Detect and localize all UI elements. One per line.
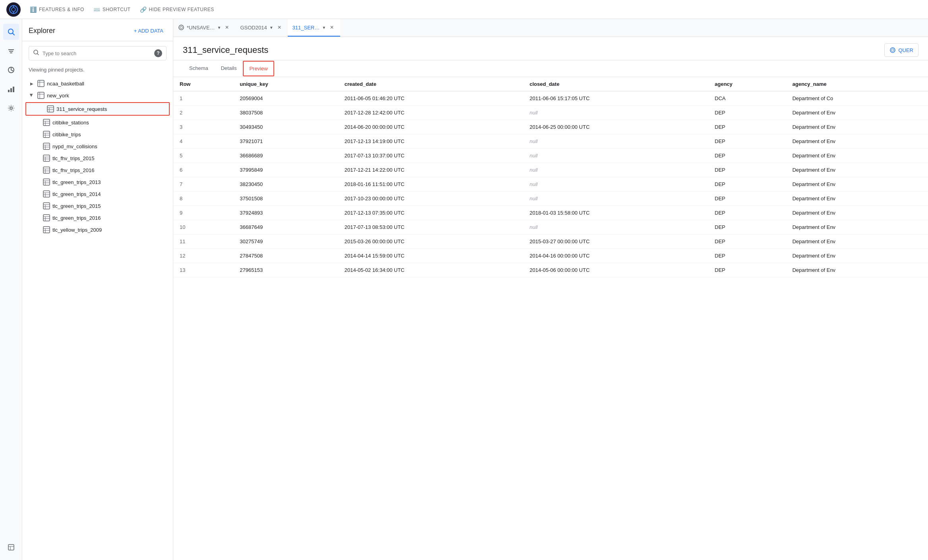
content-area: 311_service_requests QUER Schema Details — [173, 37, 928, 560]
svg-rect-14 — [8, 544, 14, 550]
subtab-details[interactable]: Details — [215, 60, 243, 77]
table-icon-tlc-green-2013 — [43, 178, 50, 186]
table-container: Row unique_key created_date closed_date … — [173, 77, 928, 560]
nav-bottom[interactable] — [3, 539, 19, 555]
shortcut-button[interactable]: ⌨️ SHORTCUT — [94, 6, 130, 13]
tree-item-tlc-green-2016[interactable]: tlc_green_trips_2016 — [22, 212, 173, 224]
tree-item-tlc-green-2014[interactable]: tlc_green_trips_2014 — [22, 188, 173, 200]
subtab-preview[interactable]: Preview — [243, 61, 274, 76]
cell-unique_key: 30275749 — [233, 234, 338, 249]
tab-close-unsaved[interactable]: ✕ — [223, 24, 231, 31]
table-icon-tlc-fhv-2016 — [43, 167, 50, 174]
tree-item-nypd[interactable]: nypd_mv_collisions — [22, 140, 173, 152]
search-input[interactable] — [43, 50, 151, 56]
cell-agency: DEP — [708, 192, 786, 206]
col-closed-date: closed_date — [523, 77, 709, 91]
tab-close-gsod2014[interactable]: ✕ — [276, 24, 283, 31]
cell-agency_name: Department of Env — [786, 134, 928, 149]
help-icon[interactable]: ? — [154, 49, 162, 57]
cell-agency: DEP — [708, 249, 786, 263]
tab-dropdown-311[interactable]: ▼ — [322, 25, 326, 30]
cell-created_date: 2017-07-13 10:37:00 UTC — [338, 149, 523, 163]
cell-agency_name: Department of Env — [786, 192, 928, 206]
cell-unique_key: 38230450 — [233, 177, 338, 192]
query-icon — [889, 47, 896, 53]
nav-settings[interactable] — [3, 100, 19, 116]
svg-point-70 — [180, 26, 182, 29]
cell-created_date: 2017-10-23 00:00:00 UTC — [338, 192, 523, 206]
cell-closed_date: null — [523, 177, 709, 192]
cell-agency_name: Department of Env — [786, 249, 928, 263]
tab-dropdown-gsod2014[interactable]: ▼ — [269, 25, 273, 30]
preview-table: Row unique_key created_date closed_date … — [173, 77, 928, 277]
tree-item-tlc-yellow-2009[interactable]: tlc_yellow_trips_2009 — [22, 224, 173, 236]
subtab-schema[interactable]: Schema — [183, 60, 215, 77]
tree-item-311-service[interactable]: 311_service_requests — [25, 102, 170, 116]
content-header: 311_service_requests QUER — [173, 37, 928, 60]
nav-chart[interactable] — [3, 81, 19, 97]
cell-agency: DEP — [708, 163, 786, 177]
tree-item-ncaa[interactable]: ▶ ncaa_basketball — [22, 78, 173, 89]
svg-point-71 — [890, 48, 895, 52]
tab-gsod2014[interactable]: GSOD2014 ▼ ✕ — [235, 19, 287, 37]
hide-preview-button[interactable]: 🔗 HIDE PREVIEW FEATURES — [140, 6, 214, 13]
cell-agency: DEP — [708, 106, 786, 120]
cell-created_date: 2014-05-02 16:34:00 UTC — [338, 263, 523, 277]
cell-closed_date: null — [523, 149, 709, 163]
tab-311-ser[interactable]: 311_SER… ▼ ✕ — [288, 19, 341, 37]
tab-dropdown-unsaved[interactable]: ▼ — [217, 25, 221, 30]
cell-agency_name: Department of Env — [786, 206, 928, 220]
dataset-icon-ncaa — [37, 80, 45, 87]
cell-closed_date: null — [523, 220, 709, 234]
cell-created_date: 2017-12-13 14:19:00 UTC — [338, 134, 523, 149]
query-button[interactable]: QUER — [884, 43, 918, 57]
nav-filter[interactable] — [3, 43, 19, 59]
tree-item-tlc-green-2013[interactable]: tlc_green_trips_2013 — [22, 176, 173, 188]
cell-row: 1 — [173, 91, 233, 106]
features-info-button[interactable]: ℹ️ FEATURES & INFO — [30, 6, 84, 13]
cell-agency_name: Department of Co — [786, 91, 928, 106]
tree-item-tlc-fhv-2015[interactable]: tlc_fhv_trips_2015 — [22, 152, 173, 164]
tree-container: ▶ ncaa_basketball ▶ — [22, 76, 173, 560]
cell-row: 13 — [173, 263, 233, 277]
main-content: *UNSAVE… ▼ ✕ GSOD2014 ▼ ✕ 311_SER… ▼ ✕ 3… — [173, 19, 928, 560]
cell-closed_date: 2014-06-25 00:00:00 UTC — [523, 120, 709, 134]
tree-item-citibike-stations[interactable]: citibike_stations — [22, 116, 173, 128]
cell-unique_key: 36686689 — [233, 149, 338, 163]
nav-search[interactable] — [3, 24, 19, 40]
tree-item-new-york[interactable]: ▶ new_york — [22, 89, 173, 101]
svg-rect-29 — [43, 119, 50, 126]
cell-agency: DEP — [708, 120, 786, 134]
svg-line-18 — [37, 54, 39, 55]
svg-rect-41 — [43, 155, 50, 161]
cell-agency_name: Department of Env — [786, 120, 928, 134]
tree-item-tlc-green-2015[interactable]: tlc_green_trips_2015 — [22, 200, 173, 212]
explorer-header: Explorer + ADD DATA — [22, 19, 173, 41]
svg-rect-37 — [43, 143, 50, 149]
add-data-button[interactable]: + ADD DATA — [131, 25, 167, 36]
cell-row: 4 — [173, 134, 233, 149]
cell-unique_key: 30493450 — [233, 120, 338, 134]
tree-item-tlc-fhv-2016[interactable]: tlc_fhv_trips_2016 — [22, 164, 173, 176]
table-icon-citibike-stations — [43, 119, 50, 126]
tabs-bar: *UNSAVE… ▼ ✕ GSOD2014 ▼ ✕ 311_SER… ▼ ✕ — [173, 19, 928, 37]
table-header-row: Row unique_key created_date closed_date … — [173, 77, 928, 91]
tab-close-311[interactable]: ✕ — [328, 24, 335, 31]
info-icon: ℹ️ — [30, 6, 37, 13]
cell-agency_name: Department of Env — [786, 234, 928, 249]
table-icon-311 — [47, 105, 54, 112]
cell-closed_date: 2014-04-16 00:00:00 UTC — [523, 249, 709, 263]
cell-agency: DEP — [708, 234, 786, 249]
svg-rect-25 — [47, 106, 54, 112]
app-logo[interactable] — [6, 2, 21, 17]
tab-unsaved[interactable]: *UNSAVE… ▼ ✕ — [173, 19, 235, 37]
keyboard-icon: ⌨️ — [94, 6, 100, 13]
cell-unique_key: 27965153 — [233, 263, 338, 277]
svg-point-69 — [179, 25, 184, 30]
tree-item-citibike-trips[interactable]: citibike_trips — [22, 128, 173, 140]
svg-rect-10 — [8, 90, 10, 92]
cell-created_date: 2017-12-21 14:22:00 UTC — [338, 163, 523, 177]
col-unique-key: unique_key — [233, 77, 338, 91]
nav-history[interactable] — [3, 62, 19, 78]
svg-line-5 — [12, 33, 14, 35]
